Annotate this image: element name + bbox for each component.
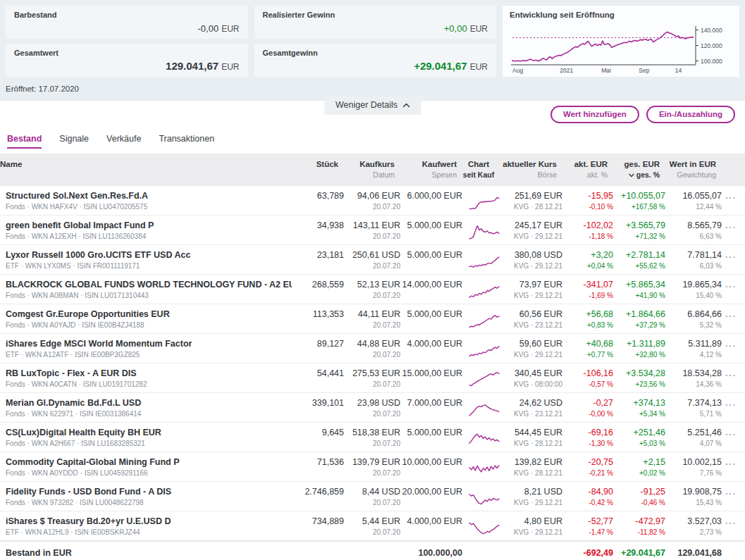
cell-stueck: 268,559 <box>292 280 344 290</box>
cell-kaufwert: 5.000,00 EUR <box>400 309 462 319</box>
cell-wert: 7.374,135,71 % <box>665 398 722 418</box>
fund-name-link[interactable]: CS(Lux)Digital Health Equity BH EUR <box>6 428 292 437</box>
fund-meta: Fonds · WKN A0YDDD · ISIN LU0459291166 <box>6 469 292 478</box>
cell-wert: 6.864,665,32 % <box>665 309 722 330</box>
tab-bestand[interactable]: Bestand <box>7 134 42 149</box>
row-menu-button[interactable]: ··· <box>725 459 737 469</box>
action-buttons: Wert hinzufügen Ein-/Auszahlung <box>550 106 735 123</box>
cell-kurs: 4,80 EURKVG · 29.12.21 <box>506 516 562 537</box>
cell-kaufkurs: 518,38 EUR20.07.20 <box>344 428 400 448</box>
row-menu-button[interactable]: ··· <box>725 518 737 528</box>
row-menu-button[interactable]: ··· <box>725 281 737 292</box>
cell-chart <box>462 428 506 449</box>
tab-bar: Bestand Signale Verkäufe Transaktionen <box>7 134 745 149</box>
cell-kurs: 60,56 EURKVG · 23.12.21 <box>506 309 562 330</box>
cell-name: iShares $ Treasury Bd.20+yr U.E.USD D ET… <box>6 516 292 537</box>
svg-text:2021: 2021 <box>560 67 573 74</box>
cell-chart <box>462 368 506 390</box>
cell-name: CS(Lux)Digital Health Equity BH EUR Fond… <box>6 428 292 448</box>
col-header-akt[interactable]: akt. EURakt. % <box>557 159 608 180</box>
cell-kaufwert: 4.000,00 EUR <box>400 339 462 349</box>
svg-text:Sep: Sep <box>639 67 649 74</box>
fund-name-link[interactable]: Merian Gl.Dynamic Bd.Fd.L USD <box>6 398 292 408</box>
fund-name-link[interactable]: Comgest Gr.Europe Opportunities EUR <box>6 309 292 319</box>
deposit-withdraw-button[interactable]: Ein-/Auszahlung <box>646 106 735 123</box>
sparkline-chart <box>468 192 500 213</box>
col-header-wert[interactable]: Wert in EURGewichtung <box>660 159 716 180</box>
cell-akt-eur: -52,77-1,47 % <box>562 516 613 537</box>
row-menu-button[interactable]: ··· <box>725 488 737 499</box>
cell-akt-eur: +56,68+0,83 % <box>562 309 613 330</box>
row-menu-button[interactable]: ··· <box>725 399 737 410</box>
cell-stueck: 63,789 <box>292 191 344 201</box>
col-header-stueck[interactable]: Stück <box>286 159 338 169</box>
cell-kaufkurs: 250,61 USD20.07.20 <box>344 250 400 270</box>
cell-wert: 10.002,157,76 % <box>665 457 722 478</box>
fund-meta: Fonds · WKN 973282 · ISIN LU0048622798 <box>6 499 292 507</box>
fund-name-link[interactable]: iShares Edge MSCI World Momentum Factor <box>6 339 292 349</box>
row-menu-button[interactable]: ··· <box>725 251 737 262</box>
tab-verkaeufe[interactable]: Verkäufe <box>106 134 141 149</box>
row-menu-button[interactable]: ··· <box>725 192 737 203</box>
sparkline-chart <box>468 251 500 272</box>
cell-ges-eur: +2,15+0,02 % <box>613 457 665 478</box>
cell-kurs: 59,60 EURKVG · 29.12.21 <box>506 339 562 359</box>
table-row: RB LuxTopic - Flex - A EUR DIS Fonds · W… <box>0 363 745 393</box>
sparkline-chart <box>468 280 500 301</box>
sparkline-chart <box>468 340 500 361</box>
cell-stueck: 734,889 <box>292 516 344 526</box>
chart-title: Entwicklung seit Eröffnung <box>510 11 732 19</box>
cell-chart <box>462 516 506 538</box>
row-menu-button[interactable]: ··· <box>725 429 737 440</box>
fund-name-link[interactable]: iShares $ Treasury Bd.20+yr U.E.USD D <box>6 516 292 526</box>
row-menu-button[interactable]: ··· <box>725 222 737 232</box>
tab-signale[interactable]: Signale <box>59 134 89 149</box>
col-header-kaufwert[interactable]: KaufwertSpesen <box>395 159 457 180</box>
row-menu-button[interactable]: ··· <box>725 311 737 321</box>
cell-akt-eur: -102,02-1,18 % <box>562 220 613 241</box>
cell-menu: ··· <box>722 516 740 529</box>
cell-name: Structured Sol.Next Gen.Res.Fd.A Fonds ·… <box>6 191 292 211</box>
cell-menu: ··· <box>722 398 740 411</box>
cell-kaufkurs: 52,13 EUR20.07.20 <box>344 280 400 300</box>
col-header-ges[interactable]: ges. EUR ges. % <box>608 159 660 180</box>
less-details-button[interactable]: Weniger Details <box>324 97 421 115</box>
svg-text:14: 14 <box>675 67 682 74</box>
fund-name-link[interactable]: Lyxor Russell 1000 Gro.UCITS ETF USD Acc <box>6 250 292 260</box>
card-label: Realisierter Gewinn <box>263 11 488 19</box>
col-header-name[interactable]: Name <box>0 159 286 169</box>
col-header-kaufkurs[interactable]: KaufkursDatum <box>338 159 395 180</box>
sparkline-chart <box>468 428 500 449</box>
row-menu-button[interactable]: ··· <box>725 370 737 380</box>
table-row: Lyxor Russell 1000 Gro.UCITS ETF USD Acc… <box>0 245 745 275</box>
fund-name-link[interactable]: RB LuxTopic - Flex - A EUR DIS <box>6 368 292 378</box>
cell-kurs: 24,62 USDKVG · 23.12.21 <box>506 398 562 418</box>
cell-akt-eur: -0,27-0,00 % <box>562 398 613 418</box>
cell-name: iShares Edge MSCI World Momentum Factor … <box>6 339 292 359</box>
fund-name-link[interactable]: Fidelity Funds - USD Bond Fund - A DIS <box>6 487 292 497</box>
cell-akt-eur: -106,16-0,57 % <box>562 368 613 389</box>
cell-wert: 5.251,464,07 % <box>665 428 722 448</box>
cell-stueck: 339,101 <box>292 398 344 408</box>
fund-name-link[interactable]: green benefit Global Impact Fund P <box>6 220 292 230</box>
cell-akt-eur: +40,68+0,77 % <box>562 339 613 359</box>
fund-meta: Fonds · WKN HAFX4V · ISIN LU0470205575 <box>6 203 292 211</box>
cell-wert: 8.565,796,63 % <box>665 220 722 241</box>
table-row: Commodity Capital-Global Mining Fund P F… <box>0 452 745 482</box>
add-value-button[interactable]: Wert hinzufügen <box>550 106 639 123</box>
fund-name-link[interactable]: Commodity Capital-Global Mining Fund P <box>6 457 292 467</box>
cell-menu: ··· <box>722 428 740 440</box>
cell-kaufkurs: 143,11 EUR20.07.20 <box>344 220 400 241</box>
fund-name-link[interactable]: Structured Sol.Next Gen.Res.Fd.A <box>6 191 292 201</box>
cell-stueck: 71,536 <box>292 457 344 467</box>
col-header-kurs[interactable]: aktueller KursBörse <box>500 159 557 180</box>
cell-chart <box>462 457 506 479</box>
table-row: Comgest Gr.Europe Opportunities EUR Fond… <box>0 304 745 334</box>
cell-menu: ··· <box>722 220 740 233</box>
fund-name-link[interactable]: BLACKROCK GLOBAL FUNDS WORLD TECHNOLOGY … <box>6 280 292 290</box>
card-gesamtgewinn: Gesamtgewinn +29.041,67EUR <box>254 44 497 77</box>
cell-ges-eur: +2.781,14+55,62 % <box>613 250 665 270</box>
row-menu-button[interactable]: ··· <box>725 340 737 351</box>
tab-transaktionen[interactable]: Transaktionen <box>159 134 214 149</box>
cell-kaufkurs: 23,98 USD20.07.20 <box>344 398 400 418</box>
